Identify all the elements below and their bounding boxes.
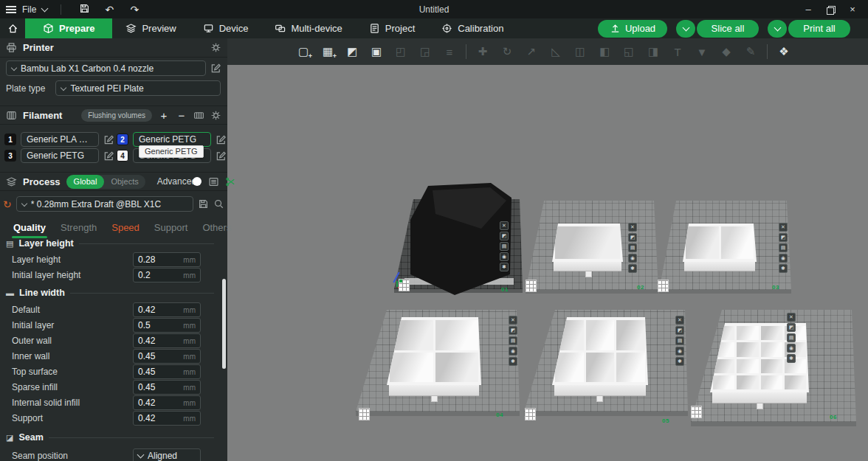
plate-orient-icon[interactable]: ◩ (787, 323, 796, 332)
process-tab-strength[interactable]: Strength (53, 218, 104, 238)
line-width-sparse-infill-input[interactable]: 0.45mm (133, 380, 201, 395)
line-width-outer-wall-input[interactable]: 0.42mm (133, 333, 201, 348)
parameter-list-icon[interactable] (208, 176, 219, 187)
plate-6-tools[interactable]: ✕◩▤◉✱ (787, 313, 796, 363)
plate-lock-icon[interactable]: ◉ (787, 344, 796, 353)
undo-icon[interactable]: ↶ (100, 4, 119, 15)
plate-delete-icon[interactable]: ✕ (500, 221, 509, 230)
plate-settings-icon[interactable]: ✱ (675, 357, 684, 366)
save-project-icon[interactable] (75, 3, 94, 16)
print-all-button[interactable]: Print all (788, 20, 850, 38)
tab-preview[interactable]: Preview (112, 18, 189, 38)
line-width-default-input[interactable]: 0.42mm (133, 302, 201, 317)
line-width-internal-solid-infill-input[interactable]: 0.42mm (133, 395, 201, 410)
add-filament-button[interactable]: + (158, 109, 170, 122)
tab-calibration[interactable]: Calibration (428, 18, 517, 38)
plate-lock-icon[interactable]: ◉ (500, 252, 509, 261)
assembly-view-icon[interactable]: ❖ (776, 45, 792, 58)
add-object-icon[interactable]: ▢+ (295, 45, 311, 58)
filament-2-edit-icon[interactable] (216, 134, 227, 145)
filament-3-select[interactable]: Generic PETG (21, 148, 99, 163)
filament-2-swatch[interactable]: 2 (117, 134, 128, 145)
plate-1-settings-chip[interactable] (399, 279, 410, 291)
slice-options-chevron[interactable] (676, 20, 695, 38)
filament-3-swatch[interactable]: 3 (4, 150, 16, 162)
process-tab-support[interactable]: Support (147, 218, 196, 238)
plate-arrange-icon[interactable]: ▤ (500, 242, 509, 251)
plate-3-tools[interactable]: ✕◩▤◉✱ (779, 223, 788, 273)
plate-lock-icon[interactable]: ◉ (779, 254, 788, 263)
plate-5-tools[interactable]: ✕◩▤◉✱ (675, 316, 684, 366)
close-button[interactable]: × (844, 3, 861, 16)
filament-settings-gear-icon[interactable] (210, 110, 221, 121)
reset-preset-icon[interactable]: ↻ (3, 198, 12, 210)
plate-arrange-icon[interactable]: ▤ (509, 336, 517, 345)
plate-delete-icon[interactable]: ✕ (787, 313, 796, 322)
plate-lock-icon[interactable]: ◉ (509, 347, 517, 356)
remove-filament-button[interactable]: − (176, 109, 187, 122)
save-preset-icon[interactable] (198, 198, 209, 209)
plate-orient-icon[interactable]: ◩ (628, 233, 637, 242)
filament-4-swatch[interactable]: 4 (117, 150, 128, 162)
plate-delete-icon[interactable]: ✕ (675, 316, 684, 325)
plate-settings-icon[interactable]: ✱ (779, 264, 788, 273)
plate-delete-icon[interactable]: ✕ (628, 223, 637, 232)
initial-layer-height-input[interactable]: 0.2mm (133, 268, 201, 283)
plate-settings-icon[interactable]: ✱ (787, 354, 796, 363)
line-width-top-surface-input[interactable]: 0.45mm (133, 364, 201, 379)
search-settings-icon[interactable] (213, 198, 224, 209)
process-tab-speed[interactable]: Speed (104, 218, 147, 238)
filament-1-swatch[interactable]: 1 (4, 134, 16, 145)
model-tray-3x2[interactable] (552, 317, 648, 385)
plate-orient-icon[interactable]: ◩ (509, 326, 517, 335)
plate-6-settings-chip[interactable] (691, 406, 702, 418)
plate-arrange-icon[interactable]: ▤ (787, 333, 796, 342)
viewport-3d[interactable]: ✕◩▤◉✱ ✕◩▤◉✱ ✕◩▤◉✱ ✕◩▤◉✱ ✕◩▤◉✱ ✕◩▤◉✱ 01 0… (227, 65, 868, 461)
restore-button[interactable] (822, 3, 838, 16)
plate-settings-icon[interactable]: ✱ (500, 263, 509, 271)
filament-4-edit-icon[interactable] (216, 150, 227, 162)
flushing-volumes-button[interactable]: Flushing volumes (81, 109, 152, 122)
filament-1-edit-icon[interactable] (103, 134, 114, 145)
auto-orient-icon[interactable]: ◩ (344, 45, 360, 58)
slice-all-button[interactable]: Slice all (697, 20, 759, 38)
filament-2-select[interactable]: Generic PETG (133, 132, 211, 147)
plate-delete-icon[interactable]: ✕ (779, 223, 788, 232)
compare-presets-icon[interactable] (225, 176, 236, 187)
hamburger-menu-icon[interactable] (6, 6, 16, 13)
plate-orient-icon[interactable]: ◩ (500, 232, 509, 240)
tab-prepare[interactable]: Prepare (25, 18, 112, 38)
plate-5-settings-chip[interactable] (525, 408, 536, 420)
arrange-icon[interactable]: ▣ (368, 45, 385, 58)
home-button[interactable] (0, 18, 25, 38)
filament-3-edit-icon[interactable] (103, 150, 114, 162)
plate-settings-icon[interactable]: ✱ (628, 264, 637, 273)
tab-device[interactable]: Device (190, 18, 262, 38)
model-tray-2x2[interactable] (387, 317, 481, 385)
model-tray-1x1[interactable] (552, 223, 623, 262)
plate-orient-icon[interactable]: ◩ (779, 233, 788, 242)
add-plate-icon[interactable]: ▦+ (320, 45, 336, 58)
process-tab-others[interactable]: Others (195, 218, 238, 238)
model-tray-1x2[interactable] (683, 223, 757, 262)
printer-preset-select[interactable]: Bambu Lab X1 Carbon 0.4 nozzle (6, 60, 206, 76)
plate-orient-icon[interactable]: ◩ (675, 326, 684, 335)
plate-lock-icon[interactable]: ◉ (628, 254, 637, 263)
plate-arrange-icon[interactable]: ▤ (675, 336, 684, 345)
upload-button[interactable]: Upload (598, 20, 667, 38)
line-width-support-input[interactable]: 0.42mm (133, 411, 201, 426)
sidebar-scrollbar[interactable] (222, 279, 226, 369)
scope-global[interactable]: Global (66, 175, 105, 189)
line-width-inner-wall-input[interactable]: 0.45mm (133, 349, 201, 364)
printer-edit-icon[interactable] (210, 63, 221, 74)
plate-settings-icon[interactable]: ✱ (509, 357, 517, 366)
file-menu-chevron-icon[interactable] (41, 4, 49, 12)
process-tab-quality[interactable]: Quality (6, 218, 53, 238)
redo-icon[interactable]: ↷ (125, 4, 144, 15)
printer-settings-gear-icon[interactable] (210, 42, 221, 53)
plate-2-tools[interactable]: ✕◩▤◉✱ (628, 223, 637, 273)
plate-arrange-icon[interactable]: ▤ (779, 243, 788, 252)
process-scope-switch[interactable]: Global Objects (66, 175, 145, 189)
scope-objects[interactable]: Objects (104, 177, 145, 186)
plate-3-settings-chip[interactable] (658, 280, 669, 292)
